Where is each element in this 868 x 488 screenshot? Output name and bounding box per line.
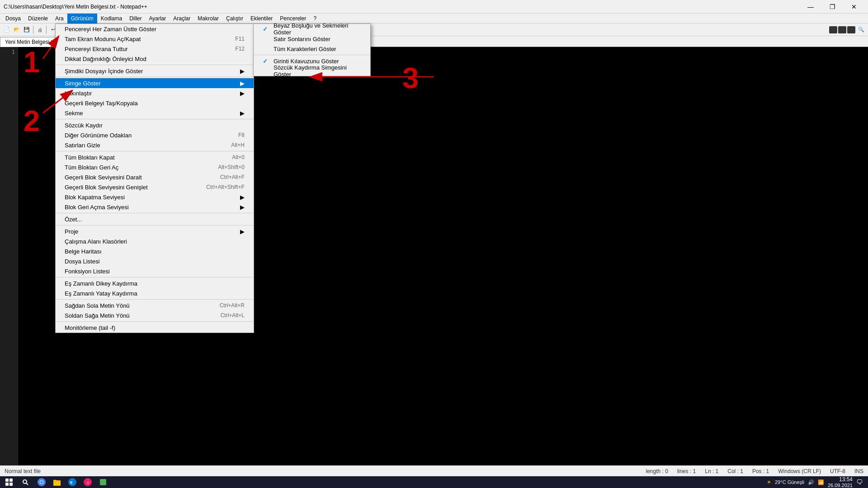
menu-item-sagdan-sola[interactable]: Sağdan Sola Metin Yönü Ctrl+Alt+R: [56, 300, 254, 310]
taskbar-explorer[interactable]: [50, 476, 64, 488]
taskbar-search-button[interactable]: [18, 476, 33, 488]
status-encoding: UTF-8: [830, 468, 845, 474]
title-bar: C:\Users\hasan\Desktop\Yeni Metin Belges…: [0, 0, 868, 14]
menu-item-proje[interactable]: Proje ▶: [56, 226, 254, 236]
menu-item-tum-bloklari-ac[interactable]: Tüm Blokları Geri Aç Alt+Shift+0: [56, 162, 254, 172]
toolbar-macro-stop[interactable]: [838, 26, 846, 33]
menu-item-calisma-alani[interactable]: Çalışma Alanı Klasörleri: [56, 236, 254, 246]
start-button[interactable]: [0, 476, 18, 488]
menu-item-satirlari-gizle[interactable]: Satırları Gizle Alt+H: [56, 140, 254, 150]
submenu-sozcuk-kaydirma[interactable]: Sözcük Kaydırma Simgesini Göster: [254, 66, 370, 76]
taskbar-app5[interactable]: [96, 476, 110, 488]
svg-rect-3: [9, 483, 13, 486]
menu-duzenle[interactable]: Düzenle: [24, 14, 52, 23]
menu-item-belge-haritasi[interactable]: Belge Haritası: [56, 246, 254, 256]
svg-text:☺: ☺: [86, 480, 90, 485]
menu-item-es-zamanli-dikey[interactable]: Eş Zamanlı Dikey Kaydırma: [56, 278, 254, 288]
taskbar-system: ☀ 29°C Güneşli 🔊 📶 13:54 26.09.2021 🗨: [767, 476, 868, 488]
svg-rect-16: [100, 479, 106, 485]
svg-point-4: [23, 480, 27, 483]
status-ln: Ln : 1: [705, 468, 718, 474]
notification-icon[interactable]: 🗨: [856, 479, 863, 486]
menu-makrolar[interactable]: Makrolar: [194, 14, 222, 23]
svg-rect-1: [9, 479, 13, 482]
menu-item-tam-ekran[interactable]: Tam Ekran Modunu Aç/Kapat F11: [56, 34, 254, 44]
minimize-button[interactable]: —: [800, 0, 821, 14]
menu-item-pencerey-her-zaman[interactable]: Pencereyi Her Zaman Üstte Göster: [56, 24, 254, 34]
clock-time: 13:54: [828, 476, 853, 483]
menu-item-monitorleme[interactable]: Monitörleme (tail -f): [56, 323, 254, 333]
status-col: Col : 1: [727, 468, 743, 474]
menu-diller[interactable]: Diller: [126, 14, 145, 23]
svg-point-8: [40, 481, 43, 483]
menu-item-pencerey-ekrana[interactable]: Pencereyi Ekrana Tuttur F12: [56, 44, 254, 54]
submenu-beyaz-bosluk[interactable]: Beyaz Boşluğu ve Sekmeleri Göster: [254, 24, 370, 34]
maximize-button[interactable]: ❐: [822, 0, 843, 14]
line-number: 1: [3, 49, 15, 55]
menu-kodlama[interactable]: Kodlama: [97, 14, 126, 23]
menu-item-diger-gorunum[interactable]: Diğer Görünüme Odaklan F8: [56, 130, 254, 140]
menu-ara[interactable]: Ara: [52, 14, 67, 23]
toolbar-macro-rec[interactable]: [829, 26, 837, 33]
menu-item-tum-bloklari-kapat[interactable]: Tüm Blokları Kapat Alt+0: [56, 152, 254, 162]
menu-dosya[interactable]: Dosya: [2, 14, 24, 23]
status-right: length : 0 lines : 1 Ln : 1 Col : 1 Pos …: [646, 468, 863, 474]
menu-item-sozcuk-kaydir[interactable]: Sözcük Kaydır: [56, 120, 254, 130]
line-numbers: 1: [0, 47, 18, 465]
status-length: length : 0: [646, 468, 668, 474]
toolbar-open[interactable]: 📂: [12, 25, 22, 35]
menu-eklentiler[interactable]: Eklentiler: [247, 14, 276, 23]
menu-item-blok-genislet[interactable]: Geçerli Blok Seviyesini Genişlet Ctrl+Al…: [56, 182, 254, 192]
menu-item-dikkat[interactable]: Dikkat Dağınıklığı Önleyici Mod: [56, 54, 254, 64]
toolbar-macro-play[interactable]: [847, 26, 855, 33]
sep-7: [56, 277, 254, 277]
taskbar-apps: e ☺: [33, 476, 112, 488]
toolbar-save[interactable]: 💾: [22, 25, 32, 35]
toolbar-new[interactable]: 📄: [2, 25, 12, 35]
svg-rect-2: [5, 483, 9, 486]
menu-item-yakinlastir[interactable]: Yakınlaştır ▶: [56, 88, 254, 98]
gorunum-menu: Pencereyi Her Zaman Üstte Göster Tam Ekr…: [55, 23, 254, 333]
status-left: Normal text file: [5, 468, 41, 474]
svg-rect-0: [5, 479, 9, 482]
close-button[interactable]: ✕: [844, 0, 864, 14]
submenu-sep: [254, 55, 370, 55]
clock-date: 26.09.2021: [828, 483, 853, 488]
sep-2: [56, 77, 254, 77]
toolbar-sep1: [33, 26, 33, 34]
status-file-type: Normal text file: [5, 468, 41, 474]
toolbar-print[interactable]: 🖨: [35, 25, 45, 35]
menu-item-belgeyi-tas[interactable]: Geçerli Belgeyi Taş/Kopyala: [56, 98, 254, 108]
menu-item-sekme[interactable]: Sekme ▶: [56, 108, 254, 118]
menu-item-blok-daralt[interactable]: Geçerli Blok Seviyesini Daralt Ctrl+Alt+…: [56, 172, 254, 182]
taskbar-app4[interactable]: ☺: [80, 476, 95, 488]
status-mode: INS: [854, 468, 863, 474]
menu-bar: Dosya Düzenle Ara Görünüm Kodlama Diller…: [0, 14, 868, 23]
menu-araclar[interactable]: Araçlar: [170, 14, 194, 23]
menu-gorunum[interactable]: Görünüm: [67, 14, 97, 23]
menu-item-ozet[interactable]: Özet...: [56, 214, 254, 224]
svg-line-5: [26, 483, 28, 485]
menu-item-blok-acma[interactable]: Blok Geri Açma Seviyesi ▶: [56, 202, 254, 212]
menu-item-simdiki[interactable]: Şimdiki Dosyayı İçinde Göster ▶: [56, 66, 254, 76]
menu-item-dosya-listesi[interactable]: Dosya Listesi: [56, 256, 254, 266]
menu-item-soldan-saga[interactable]: Soldan Sağa Metin Yönü Ctrl+Alt+L: [56, 310, 254, 320]
taskbar-chrome[interactable]: [34, 476, 49, 488]
status-bar: Normal text file length : 0 lines : 1 Ln…: [0, 465, 868, 476]
svg-rect-10: [53, 481, 61, 486]
taskbar-edge[interactable]: e: [65, 476, 80, 488]
menu-ayarlar[interactable]: Ayarlar: [145, 14, 170, 23]
menu-item-simge-goster[interactable]: Simge Göster ▶: [56, 78, 254, 88]
tab-label: Yeni Metin Belgesi.txt: [5, 39, 57, 45]
window-controls: — ❐ ✕: [800, 0, 864, 14]
menu-item-es-zamanli-yatay[interactable]: Eş Zamanlı Yatay Kaydırma: [56, 288, 254, 298]
toolbar-sep2: [46, 26, 47, 34]
menu-item-blok-kapatma[interactable]: Blok Kapatma Seviyesi ▶: [56, 192, 254, 202]
toolbar-search[interactable]: 🔍: [856, 25, 866, 35]
submenu-tum-karakterler[interactable]: Tüm Karakterleri Göster: [254, 44, 370, 54]
menu-item-fonksiyon-listesi[interactable]: Fonksiyon Listesi: [56, 266, 254, 276]
status-line-ending: Windows (CR LF): [778, 468, 821, 474]
menu-calistir[interactable]: Çalıştır: [222, 14, 247, 23]
window-title: C:\Users\hasan\Desktop\Yeni Metin Belges…: [4, 4, 147, 10]
status-lines: lines : 1: [677, 468, 696, 474]
